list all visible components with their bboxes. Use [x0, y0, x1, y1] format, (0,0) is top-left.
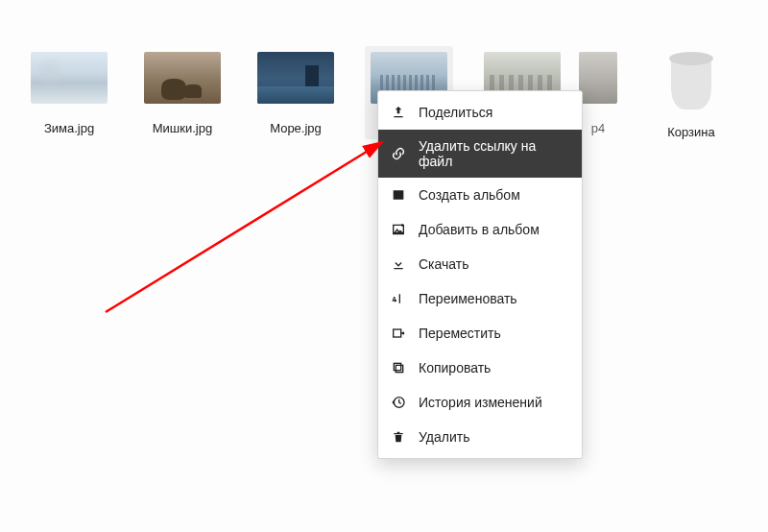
menu-move[interactable]: Переместить: [378, 316, 582, 351]
svg-rect-1: [394, 329, 401, 337]
menu-add-to-album[interactable]: Добавить в альбом: [378, 212, 582, 247]
share-icon: [390, 104, 407, 121]
menu-label: Создать альбом: [419, 187, 520, 203]
menu-label: Добавить в альбом: [419, 222, 540, 237]
svg-rect-2: [396, 365, 402, 372]
file-label: Море.jpg: [270, 121, 322, 135]
download-icon: [390, 255, 407, 273]
svg-line-5: [106, 142, 382, 312]
file-thumbnail: [579, 52, 617, 104]
menu-label: Поделиться: [419, 105, 492, 120]
image-icon: [390, 186, 407, 204]
file-thumbnail: [144, 52, 221, 104]
context-menu: Поделиться Удалить ссылку на файл Создат…: [377, 90, 583, 459]
menu-download[interactable]: Скачать: [378, 247, 582, 281]
file-thumbnail: [257, 52, 334, 104]
menu-delete[interactable]: Удалить: [378, 420, 582, 454]
file-item[interactable]: Море.jpg: [252, 46, 340, 139]
unlink-icon: [390, 145, 407, 162]
trash-icon: [669, 52, 713, 109]
menu-share[interactable]: Поделиться: [378, 95, 582, 130]
menu-label: Удалить: [419, 429, 469, 445]
menu-create-album[interactable]: Создать альбом: [378, 178, 582, 212]
file-label: Мишки.jpg: [153, 121, 212, 135]
copy-icon: [390, 359, 407, 376]
svg-rect-3: [394, 363, 400, 370]
svg-text:A: A: [392, 296, 396, 302]
menu-label: История изменений: [419, 395, 542, 410]
file-item[interactable]: Мишки.jpg: [138, 46, 227, 139]
trash-label: Корзина: [667, 125, 715, 139]
file-label: Зима.jpg: [44, 121, 94, 135]
file-label: p4: [591, 121, 605, 135]
menu-label: Переименовать: [419, 291, 517, 306]
menu-label: Переместить: [419, 326, 501, 341]
file-item[interactable]: Зима.jpg: [25, 46, 113, 139]
menu-label: Удалить ссылку на файл: [419, 138, 568, 169]
menu-label: Копировать: [419, 360, 491, 375]
trash-small-icon: [390, 428, 407, 446]
menu-remove-link[interactable]: Удалить ссылку на файл: [378, 130, 582, 178]
menu-copy[interactable]: Копировать: [378, 351, 582, 385]
trash[interactable]: Корзина: [647, 46, 735, 139]
menu-history[interactable]: История изменений: [378, 385, 582, 420]
file-thumbnail: [31, 52, 108, 104]
menu-rename[interactable]: A Переименовать: [378, 281, 582, 316]
history-icon: [390, 394, 407, 411]
move-icon: [390, 325, 407, 342]
rename-icon: A: [390, 290, 407, 307]
menu-label: Скачать: [419, 256, 469, 272]
annotation-arrow: [96, 125, 403, 317]
image-add-icon: [390, 221, 407, 238]
